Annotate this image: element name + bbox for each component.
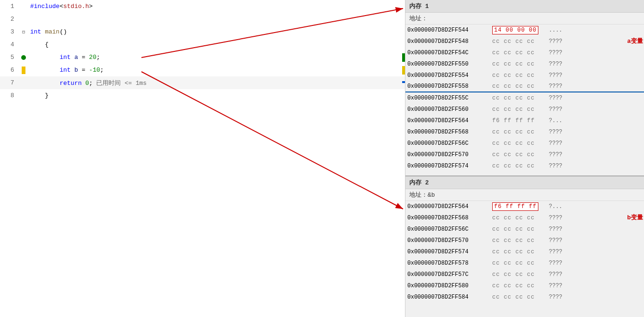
tooltip-text: 已用时间 <= 1ms (96, 80, 147, 87)
line-num-2: 2 (0, 16, 19, 23)
mem2-row-2[interactable]: 0x0000007D8D2FF56C cc cc cc cc ???? (405, 224, 644, 235)
gutter-5 (19, 51, 28, 64)
line-content-1: #include<stdio.h> (28, 3, 405, 10)
memory1-address-bar[interactable]: 地址： (405, 13, 644, 25)
mem2-row-7[interactable]: 0x0000007D8D2FF580 cc cc cc cc ???? (405, 280, 644, 292)
mem1-row-9[interactable]: 0x0000007D8D2FF568 cc cc cc cc ???? (405, 126, 644, 138)
line-num-8: 8 (0, 92, 19, 99)
mem1-row-0[interactable]: 0x0000007D8D2FF544 14 00 00 00 .... (405, 25, 644, 36)
mem2-bytes-6: cc cc cc cc (492, 271, 549, 278)
mem1-chars-3: ???? (549, 61, 562, 67)
mem1-addr-8: 0x0000007D8D2FF564 (407, 117, 492, 124)
yellow-bar-6 (402, 66, 405, 75)
int-kw-5: int (59, 54, 70, 61)
memory2-address-bar[interactable]: 地址：&b (405, 189, 644, 201)
code-line-7: 7 return 0; 已用时间 <= 1ms (0, 76, 405, 89)
mem1-bytes-9: cc cc cc cc (492, 129, 549, 135)
mem1-addr-1: 0x0000007D8D2FF548 (407, 38, 492, 45)
collapse-icon[interactable]: ⊟ (22, 29, 25, 35)
num-20: 20 (89, 54, 97, 61)
mem2-row-0[interactable]: 0x0000007D8D2FF564 f6 ff ff ff ?... (405, 201, 644, 212)
mem1-addr-2: 0x0000007D8D2FF54C (407, 50, 492, 56)
mem1-chars-10: ???? (549, 140, 562, 147)
header-name: stdio.h (63, 3, 89, 10)
memory-panel: 内存 1 地址： 0x0000007D8D2FF544 14 00 00 00 … (405, 0, 644, 317)
mem1-chars-12: ???? (549, 163, 562, 169)
memory1-table: 0x0000007D8D2FF544 14 00 00 00 .... 0x00… (405, 25, 644, 175)
mem2-row-6[interactable]: 0x0000007D8D2FF57C cc cc cc cc ???? (405, 269, 644, 280)
mem1-addr-3: 0x0000007D8D2FF550 (407, 61, 492, 67)
code-line-2: 2 (0, 13, 405, 25)
line-num-5: 5 (0, 54, 19, 61)
mem1-bytes-5: cc cc cc cc (492, 83, 549, 90)
mem1-chars-6: ???? (549, 95, 562, 101)
mem2-row-5[interactable]: 0x0000007D8D2FF578 cc cc cc cc ???? (405, 258, 644, 269)
mem1-bytes-3: cc cc cc cc (492, 61, 549, 67)
mem1-chars-5: ???? (549, 83, 562, 90)
mem2-addr-8: 0x0000007D8D2FF584 (407, 294, 492, 300)
gutter-6 (19, 64, 28, 76)
mem2-addr-2: 0x0000007D8D2FF56C (407, 226, 492, 233)
include-kw: #include (30, 3, 59, 10)
mem1-row-10[interactable]: 0x0000007D8D2FF56C cc cc cc cc ???? (405, 138, 644, 149)
blue-bar-7 (402, 81, 405, 83)
code-line-3: 3 ⊟ int main() (0, 25, 405, 38)
mem1-row-7[interactable]: 0x0000007D8D2FF560 cc cc cc cc ???? (405, 104, 644, 115)
mem1-row-5[interactable]: 0x0000007D8D2FF558 cc cc cc cc ???? (405, 81, 644, 92)
mem1-addr-9: 0x0000007D8D2FF568 (407, 129, 492, 135)
gutter-1 (19, 0, 28, 13)
mem1-row-4[interactable]: 0x0000007D8D2FF554 cc cc cc cc ???? (405, 70, 644, 81)
mem1-addr-0: 0x0000007D8D2FF544 (407, 27, 492, 33)
mem2-row-8[interactable]: 0x0000007D8D2FF584 cc cc cc cc ???? (405, 292, 644, 303)
mem1-addr-7: 0x0000007D8D2FF560 (407, 106, 492, 113)
int-kw-6: int (59, 67, 70, 74)
mem1-row-12[interactable]: 0x0000007D8D2FF574 cc cc cc cc ???? (405, 160, 644, 172)
mem2-chars-0: ?... (549, 203, 562, 210)
mem2-row-1[interactable]: 0x0000007D8D2FF568 cc cc cc cc ???? b变量 (405, 212, 644, 224)
mem1-row-3[interactable]: 0x0000007D8D2FF550 cc cc cc cc ???? (405, 58, 644, 70)
memory2-header: 内存 2 (405, 176, 644, 189)
line-num-4: 4 (0, 41, 19, 48)
mem1-row-11[interactable]: 0x0000007D8D2FF570 cc cc cc cc ???? (405, 149, 644, 160)
num-neg10: -10 (89, 67, 100, 74)
mem2-addr-5: 0x0000007D8D2FF578 (407, 260, 492, 267)
mem2-bytes-highlight-0: f6 ff ff ff (492, 202, 538, 211)
mem1-chars-2: ???? (549, 50, 562, 56)
code-panel: 1 #include<stdio.h> 2 3 ⊟ int main() 4 {… (0, 0, 405, 317)
mem1-bytes-10: cc cc cc cc (492, 140, 549, 147)
func-name: main (45, 28, 59, 35)
line-content-6: int b = -10; (28, 67, 405, 74)
mem2-row-4[interactable]: 0x0000007D8D2FF574 cc cc cc cc ???? (405, 246, 644, 258)
mem2-bytes-5: cc cc cc cc (492, 260, 549, 267)
mem2-bytes-8: cc cc cc cc (492, 294, 549, 300)
mem1-chars-11: ???? (549, 151, 562, 158)
memory2-address-label: 地址：&b (409, 192, 435, 199)
line-content-4: { (28, 41, 405, 48)
mem2-addr-0: 0x0000007D8D2FF564 (407, 203, 492, 210)
mem1-chars-9: ???? (549, 129, 562, 135)
mem1-addr-5: 0x0000007D8D2FF558 (407, 83, 492, 90)
line-content-5: int a = 20; (28, 54, 405, 61)
mem1-chars-0: .... (549, 27, 562, 33)
line-num-6: 6 (0, 67, 19, 74)
mem2-chars-3: ???? (549, 237, 562, 244)
mem1-chars-8: ?... (549, 117, 562, 124)
memory1-header: 内存 1 (405, 0, 644, 13)
mem1-bytes-6: cc cc cc cc (492, 95, 549, 101)
mem2-bytes-3: cc cc cc cc (492, 237, 549, 244)
code-line-4: 4 { (0, 38, 405, 51)
mem1-row-8[interactable]: 0x0000007D8D2FF564 f6 ff ff ff ?... (405, 115, 644, 126)
mem2-chars-2: ???? (549, 226, 562, 233)
mem1-row-6[interactable]: 0x0000007D8D2FF55C cc cc cc cc ???? (405, 92, 644, 104)
mem2-bytes-1: cc cc cc cc (492, 215, 549, 221)
code-line-5: 5 int a = 20; (0, 51, 405, 64)
mem1-row-2[interactable]: 0x0000007D8D2FF54C cc cc cc cc ???? (405, 47, 644, 58)
mem1-bytes-1: cc cc cc cc (492, 38, 549, 45)
mem1-bytes-2: cc cc cc cc (492, 50, 549, 56)
mem1-addr-4: 0x0000007D8D2FF554 (407, 72, 492, 79)
mem1-addr-12: 0x0000007D8D2FF574 (407, 163, 492, 169)
breakpoint-indicator-5[interactable] (21, 55, 26, 60)
mem2-addr-4: 0x0000007D8D2FF574 (407, 249, 492, 255)
mem1-row-1[interactable]: 0x0000007D8D2FF548 cc cc cc cc ???? a变量 (405, 36, 644, 47)
mem2-row-3[interactable]: 0x0000007D8D2FF570 cc cc cc cc ???? (405, 235, 644, 246)
